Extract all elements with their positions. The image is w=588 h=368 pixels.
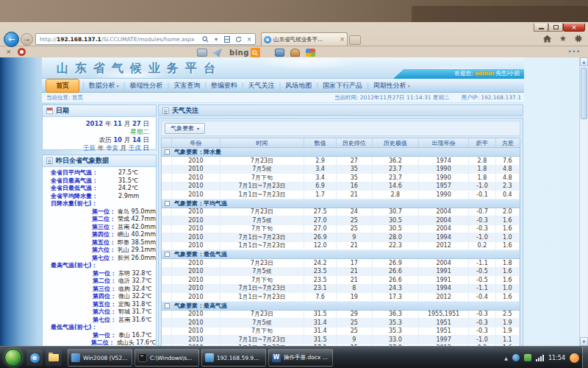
start-button[interactable] <box>4 349 22 367</box>
network-icon[interactable] <box>536 355 544 361</box>
addon-circle-icon[interactable] <box>18 48 26 56</box>
compatibility-view-icon[interactable] <box>223 35 232 43</box>
weather-row: 第六位：郓城 31.7℃ <box>43 308 156 316</box>
taskbar-button[interactable]: W操作手册.docx ... <box>268 349 333 367</box>
taskbar-button-label: C:\Windows\s... <box>150 355 192 361</box>
send-icon[interactable] <box>212 49 222 57</box>
group-checkbox[interactable] <box>165 252 170 257</box>
table-cell: -1.0 <box>469 183 496 191</box>
bing-logo[interactable]: bing <box>229 48 260 57</box>
refresh-icon[interactable] <box>234 35 243 43</box>
table-row[interactable]: 20107月下旬27.02530.52004-0.31.6 <box>162 225 520 234</box>
minimize-button[interactable] <box>534 24 548 32</box>
element-filter-button[interactable]: 气象要素 ▾ <box>165 123 205 134</box>
more-options-icon[interactable]: ••• <box>568 49 581 55</box>
scroll-down-icon[interactable]: ▼ <box>580 337 588 346</box>
people-icon[interactable] <box>290 49 300 57</box>
taskbar-button[interactable]: C:\Windows\s... <box>135 349 199 367</box>
table-row[interactable]: 20107月1日~7月23日26.9928.01994-1.01.0 <box>162 233 520 242</box>
stop-icon[interactable]: × <box>245 35 254 43</box>
tray-app-icon[interactable] <box>512 354 520 361</box>
table-group-row[interactable]: 气象要素：最高气温 <box>162 302 520 311</box>
nav-item-1[interactable]: 首页 <box>46 79 79 93</box>
search-icon[interactable] <box>201 35 209 43</box>
nav-item-2[interactable]: 数据分析▾ <box>85 81 123 91</box>
tray-browser-icon[interactable] <box>570 353 579 363</box>
table-row[interactable]: 20107月下旬3.43523.719901.84.8 <box>162 174 520 183</box>
mail-icon[interactable] <box>197 49 207 57</box>
gregorian-date: 2012 年 11 月 27 日 <box>43 120 149 128</box>
web-page: 山东省气候业务平台 欢迎您: admin 先生/小姐 首页|数据分析▾|极端性分… <box>0 57 588 346</box>
table-row[interactable]: 20107月5候3.43523.719901.84.8 <box>162 166 520 174</box>
table-row[interactable]: 20101月1日~7月23日12.02122.320120.21.6 <box>162 242 520 251</box>
table-row[interactable]: 20107月23日24.21726.92004-1.11.8 <box>162 259 520 268</box>
table-row[interactable]: 20107月23日31.52936.31955,1951-0.32.5 <box>162 311 520 319</box>
table-cell: 19 <box>337 293 373 301</box>
browser-tab[interactable]: e 山东省气候业务平... × <box>261 32 348 46</box>
maximize-button[interactable] <box>548 24 563 32</box>
nav-item-8[interactable]: 国家下行产品 <box>318 81 367 91</box>
tray-expand-icon[interactable]: ▲ <box>504 355 508 361</box>
tab-close-icon[interactable]: × <box>340 36 345 43</box>
snapshot-icon[interactable] <box>275 49 284 57</box>
toolbar-close-icon[interactable]: × <box>6 48 12 55</box>
taskbar-button[interactable]: 192.168.59.99... <box>201 349 266 367</box>
taskbar-ie-icon[interactable]: e <box>26 350 43 366</box>
nav-item-6[interactable]: 天气关注 <box>244 81 279 91</box>
forward-button[interactable]: → <box>21 33 33 46</box>
home-icon[interactable] <box>542 34 553 44</box>
addons-icon[interactable] <box>306 49 315 57</box>
table-row[interactable]: 20107月5候31.42535.31951-0.31.9 <box>162 319 520 328</box>
group-checkbox[interactable] <box>165 201 170 206</box>
table-row[interactable]: 20107月23日2.92736.219742.87.6 <box>162 157 520 166</box>
table-cell: 7月5候 <box>220 319 304 327</box>
page-scrollbar[interactable]: ▲ ▼ <box>579 57 587 346</box>
table-group-row[interactable]: 气象要素：降水量 <box>162 148 520 157</box>
close-button[interactable]: × <box>563 24 585 32</box>
address-bar[interactable]: http://192.168.137.1/SLCCLIMATE/modules/… <box>35 33 256 45</box>
scrollbar-thumb[interactable] <box>581 68 587 119</box>
table-row[interactable]: 20101月1日~7月23日7.61917.32012-0.41.6 <box>162 293 520 302</box>
table-row[interactable]: 20107月23日27.52430.72004-0.72.0 <box>162 208 520 217</box>
taskbar-button[interactable]: Win2008 (VS2... <box>68 349 132 367</box>
weather-row: 第四位：微山 32.2℃ <box>43 293 156 301</box>
nav-item-3[interactable]: 极端性分析 <box>125 81 167 91</box>
weather-row: 第七位：胶州 26.0mm <box>43 255 156 263</box>
taskbar-explorer-icon[interactable] <box>46 350 62 366</box>
tray-security-icon[interactable] <box>524 354 531 361</box>
back-button[interactable]: ← <box>4 32 19 47</box>
show-desktop-button[interactable] <box>582 347 588 368</box>
taskbar-clock[interactable]: 11:54 <box>548 355 565 361</box>
table-row[interactable]: 20101月1日~7月23日1.7212.81990-0.10.4 <box>162 191 520 199</box>
table-cell: 12.0 <box>304 242 337 250</box>
bing-search-icon[interactable] <box>251 48 260 57</box>
favorites-star-icon[interactable]: ★ <box>558 34 568 44</box>
table-group-row[interactable]: 气象要素：最低气温 <box>162 250 520 259</box>
table-cell: 2010 <box>172 328 220 336</box>
table-row[interactable]: 20107月1日~7月23日23.1824.31994-1.11.0 <box>162 285 520 294</box>
table-row[interactable]: 20107月1日~7月23日31.5933.01997-1.01.1 <box>162 336 520 344</box>
table-cell: 24 <box>337 208 373 216</box>
new-tab-button[interactable] <box>349 35 361 45</box>
table-group-row[interactable]: 气象要素：平均气温 <box>162 199 520 208</box>
scroll-up-icon[interactable]: ▲ <box>580 57 588 66</box>
table-cell: 9 <box>337 233 373 241</box>
group-checkbox[interactable] <box>165 149 170 155</box>
nav-item-5[interactable]: 整编资料 <box>207 81 242 91</box>
dropdown-caret-icon[interactable]: ▾ <box>212 35 220 43</box>
table-row[interactable]: 20107月下旬31.42535.31951-0.31.9 <box>162 328 520 336</box>
group-checkbox[interactable] <box>165 303 170 308</box>
nav-item-9[interactable]: 周期性分析▾ <box>369 81 415 91</box>
table-cell: 2010 <box>172 233 220 241</box>
table-row[interactable]: 20107月下旬23.52126.61991-0.51.6 <box>162 276 520 285</box>
table-row[interactable]: 20107月1日~7月23日6.91614.61957-1.02.3 <box>162 183 520 191</box>
nav-item-7[interactable]: 风场地图 <box>281 81 316 91</box>
weather-row-value: 青岛 95.0mm <box>115 208 156 216</box>
table-row[interactable]: 20107月5候27.02530.52004-0.31.6 <box>162 216 520 225</box>
settings-gear-icon[interactable] <box>573 34 584 44</box>
win-icon <box>71 353 80 362</box>
table-row[interactable]: 20107月5候23.52126.61991-0.51.6 <box>162 268 520 277</box>
table-cell: 2.5 <box>496 311 520 319</box>
nav-item-4[interactable]: 灾害查询 <box>169 81 204 91</box>
weather-row-label: 第六位： <box>43 247 115 255</box>
